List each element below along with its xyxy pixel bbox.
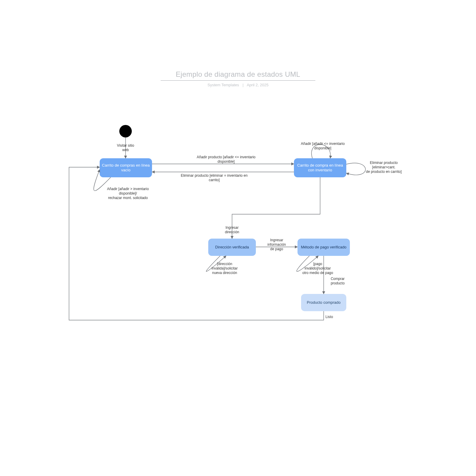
diagram-canvas: Ejemplo de diagrama de estados UML Syste… (0, 0, 476, 476)
label-enter-payment: Ingresar información de pago (260, 238, 293, 251)
label-add-product: Añadir producto [añadir <= inventario di… (181, 155, 271, 164)
initial-state (119, 125, 132, 137)
state-cart-with-inventory[interactable]: Carrito de compra en línea con inventari… (294, 158, 346, 177)
state-address-verified[interactable]: Dirección verificada (208, 239, 256, 256)
subtitle-right: April 2, 2025 (247, 83, 268, 87)
label-invalid-address: [dirección inválida]/solicitar nueva dir… (202, 262, 247, 275)
label-buy-product: Comprar producto (326, 277, 350, 286)
label-visit-site: Visitar sitio web (114, 143, 137, 152)
label-remove-self: Eliminar producto [eliminar>cant. de pro… (358, 161, 409, 174)
diagram-subtitle: System Templates | April 2, 2025 (0, 83, 476, 87)
subtitle-separator: | (242, 83, 243, 87)
label-add-self: Añadir [añadir <= inventario disponible] (293, 142, 353, 151)
label-invalid-payment: [pago inválido]/solicitar otro medio de … (294, 262, 342, 275)
label-done: Listo (325, 315, 343, 319)
label-enter-address: Ingresar dirección (219, 226, 245, 234)
diagram-title: Ejemplo de diagrama de estados UML (0, 70, 476, 79)
label-remove-product: Eliminar producto [eliminar = inventario… (167, 173, 262, 182)
state-payment-verified[interactable]: Método de pago verificado (298, 239, 350, 256)
state-empty-cart[interactable]: Carrito de compras en línea vacío (100, 158, 152, 177)
state-product-purchased[interactable]: Producto comprado (301, 294, 346, 311)
label-add-rejected: Añadir [añadir > inventario disponible]/… (98, 187, 158, 200)
subtitle-left: System Templates (208, 83, 239, 87)
diagram-title-rule (161, 80, 315, 81)
